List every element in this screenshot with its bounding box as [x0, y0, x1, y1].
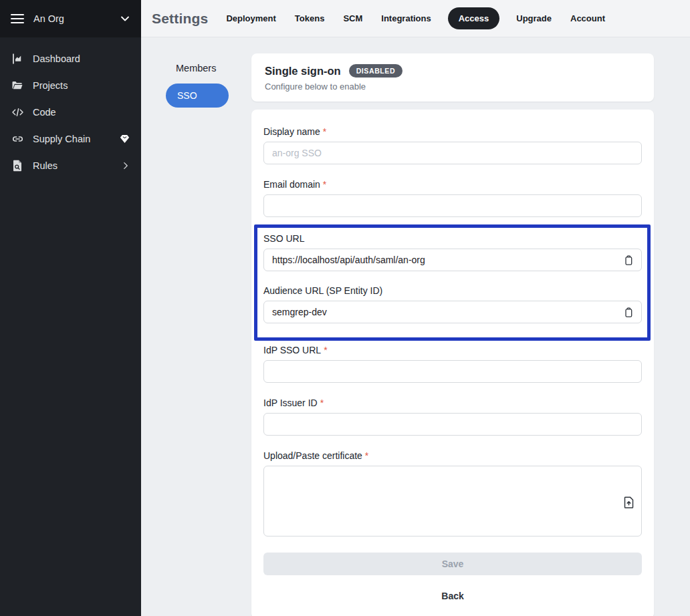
- idp-issuer-id-label: IdP Issuer ID: [263, 398, 318, 408]
- highlight-box: SSO URL Audience URL: [254, 224, 651, 341]
- sidebar-nav: Dashboard Projects Code Supply Chain: [0, 37, 141, 179]
- audience-url-label: Audience URL (SP Entity ID): [263, 285, 382, 296]
- tab-integrations[interactable]: Integrations: [381, 13, 431, 23]
- certificate-textarea[interactable]: [263, 466, 642, 536]
- idp-sso-url-label: IdP SSO URL: [263, 345, 321, 355]
- sso-card-subtitle: Configure below to enable: [265, 82, 641, 92]
- copy-audience-url-button[interactable]: [622, 306, 635, 318]
- certificate-field-group: Upload/Paste certificate*: [263, 450, 642, 539]
- sidebar-item-label: Projects: [33, 80, 68, 91]
- sidebar: An Org Dashboard Projects: [0, 0, 141, 616]
- sidebar-item-code[interactable]: Code: [0, 99, 141, 126]
- required-marker: *: [323, 126, 326, 137]
- idp-sso-url-input[interactable]: [263, 360, 642, 383]
- premium-gem-icon: [119, 134, 130, 144]
- email-domain-input[interactable]: [263, 194, 642, 217]
- tab-tokens[interactable]: Tokens: [295, 13, 325, 23]
- copy-sso-url-button[interactable]: [622, 254, 635, 266]
- subnav-item-sso[interactable]: SSO: [166, 84, 229, 108]
- display-name-label: Display name: [263, 126, 320, 137]
- sso-url-label: SSO URL: [263, 233, 304, 244]
- display-name-input[interactable]: [263, 142, 642, 164]
- org-switcher[interactable]: An Org: [0, 0, 141, 37]
- sso-status-card: Single sign-on DISABLED Configure below …: [251, 53, 654, 102]
- email-domain-label: Email domain: [263, 179, 320, 190]
- back-link[interactable]: Back: [263, 591, 642, 601]
- folder-icon: [11, 80, 24, 92]
- sidebar-item-dashboard[interactable]: Dashboard: [0, 45, 141, 72]
- subnav-item-members[interactable]: Members: [176, 63, 251, 73]
- code-icon: [11, 106, 24, 118]
- dashboard-chart-icon: [11, 53, 24, 65]
- sidebar-item-projects[interactable]: Projects: [0, 72, 141, 99]
- audience-url-field-group: Audience URL (SP Entity ID): [263, 285, 642, 323]
- chevron-down-icon: [120, 13, 130, 24]
- idp-issuer-id-input[interactable]: [263, 413, 642, 436]
- file-upload-icon: [624, 496, 634, 508]
- required-marker: *: [324, 345, 327, 355]
- save-button[interactable]: Save: [263, 553, 642, 575]
- upload-certificate-button[interactable]: [622, 496, 635, 508]
- settings-tabs: Deployment Tokens SCM Integrations Acces…: [226, 7, 605, 29]
- display-name-field-group: Display name*: [263, 126, 642, 164]
- idp-sso-url-field-group: IdP SSO URL*: [263, 345, 642, 383]
- tab-upgrade[interactable]: Upgrade: [516, 13, 552, 23]
- page-title: Settings: [152, 11, 208, 27]
- tab-account[interactable]: Account: [570, 13, 605, 23]
- sso-form-card: Display name* Email domain* SSO U: [251, 110, 654, 616]
- menu-icon[interactable]: [11, 13, 24, 24]
- sso-url-input[interactable]: [263, 249, 642, 271]
- email-domain-field-group: Email domain*: [263, 179, 642, 217]
- idp-issuer-id-field-group: IdP Issuer ID*: [263, 398, 642, 436]
- clipboard-icon: [623, 255, 634, 266]
- topbar: Settings Deployment Tokens SCM Integrati…: [141, 0, 690, 37]
- sidebar-item-supply-chain[interactable]: Supply Chain: [0, 126, 141, 152]
- file-search-icon: [11, 160, 24, 172]
- audience-url-input[interactable]: [263, 301, 642, 323]
- sidebar-item-label: Rules: [33, 160, 58, 171]
- certificate-label: Upload/Paste certificate: [263, 450, 362, 461]
- app-root: An Org Dashboard Projects: [0, 0, 690, 616]
- sidebar-item-label: Code: [33, 107, 56, 118]
- tab-access[interactable]: Access: [448, 7, 500, 29]
- required-marker: *: [323, 179, 326, 190]
- sso-card-title: Single sign-on: [265, 65, 341, 78]
- tab-deployment[interactable]: Deployment: [226, 13, 275, 23]
- sidebar-item-label: Supply Chain: [33, 134, 90, 144]
- sso-settings: Single sign-on DISABLED Configure below …: [251, 53, 654, 616]
- clipboard-icon: [623, 307, 634, 318]
- required-marker: *: [365, 450, 368, 461]
- tab-scm[interactable]: SCM: [343, 13, 362, 23]
- sidebar-item-label: Dashboard: [33, 53, 80, 64]
- content-area: Members SSO Single sign-on DISABLED Conf…: [141, 37, 690, 616]
- required-marker: *: [320, 398, 324, 408]
- access-subnav: Members SSO: [141, 37, 251, 616]
- org-name: An Org: [33, 13, 64, 24]
- status-badge: DISABLED: [349, 64, 402, 78]
- main-area: Settings Deployment Tokens SCM Integrati…: [141, 0, 690, 616]
- sso-url-field-group: SSO URL: [263, 233, 642, 271]
- chevron-right-icon: [121, 161, 130, 170]
- link-icon: [11, 133, 24, 145]
- sidebar-item-rules[interactable]: Rules: [0, 152, 141, 179]
